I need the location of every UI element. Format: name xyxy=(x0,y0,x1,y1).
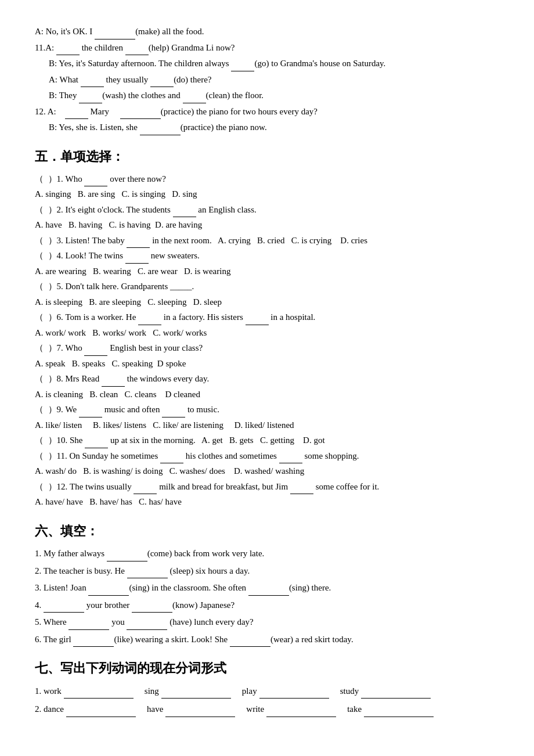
section-6: 六、填空： 1. My father always (come) back fr… xyxy=(35,520,499,647)
line-12b: B: Yes, she is. Listen, she (practice) t… xyxy=(49,120,499,135)
mc-q6: （ ）6. Tom is a worker. He in a factory. … xyxy=(35,310,499,325)
mc-q3: （ ）3. Listen! The baby in the next room.… xyxy=(35,233,499,249)
mc-a9: A. like/ listen B. likes/ listens C. lik… xyxy=(35,418,499,433)
fill-4: 4. your brother (know) Japanese? xyxy=(35,598,499,613)
line-a-make: A: No, it's OK. I (make) all the food. xyxy=(35,24,499,39)
section-5-title: 五．单项选择： xyxy=(35,146,499,167)
mc-q12: （ ）12. The twins usually milk and bread … xyxy=(35,480,499,495)
mc-a6: A. work/ work B. works/ work C. work/ wo… xyxy=(35,326,499,341)
line-11a-what: A: What they usually (do) there? xyxy=(49,73,499,88)
line-11b-they: B: They (wash) the clothes and (clean) t… xyxy=(49,88,499,103)
section-7: 七、写出下列动词的现在分词形式 1. work sing play study … xyxy=(35,657,499,717)
worksheet-content: A: No, it's OK. I (make) all the food. 1… xyxy=(35,24,499,717)
mc-q5: （ ）5. Don't talk here. Grandparents ____… xyxy=(35,279,499,294)
mc-q11: （ ）11. On Sunday he sometimes his clothe… xyxy=(35,449,499,464)
fill-3: 3. Listen! Joan (sing) in the classroom.… xyxy=(35,581,499,596)
mc-q9: （ ）9. We music and often to music. xyxy=(35,402,499,417)
line-12a: 12. A: Mary (practice) the piano for two… xyxy=(35,105,499,120)
fill-2: 2. The teacher is busy. He (sleep) six h… xyxy=(35,564,499,579)
writing-row-2: 2. dance have write take xyxy=(35,702,499,717)
mc-q8: （ ）8. Mrs Read the windows every day. xyxy=(35,372,499,387)
section-7-title: 七、写出下列动词的现在分词形式 xyxy=(35,657,499,679)
mc-q10: （ ）10. She up at six in the morning. A. … xyxy=(35,433,499,448)
mc-a12: A. have/ have B. have/ has C. has/ have xyxy=(35,495,499,510)
section-6-title: 六、填空： xyxy=(35,520,499,542)
mc-a5: A. is sleeping B. are sleeping C. sleepi… xyxy=(35,295,499,310)
mc-a2: A. have B. having C. is having D. are ha… xyxy=(35,218,499,233)
writing-row-1: 1. work sing play study xyxy=(35,684,499,699)
fill-5: 5. Where you (have) lunch every day? xyxy=(35,615,499,630)
line-11b-yes: B: Yes, it's Saturday afternoon. The chi… xyxy=(49,56,499,71)
mc-q2: （ ）2. It's eight o'clock. The students a… xyxy=(35,203,499,218)
fill-1: 1. My father always (come) back from wor… xyxy=(35,546,499,561)
section-5: 五．单项选择： （ ）1. Who over there now? A. sin… xyxy=(35,146,499,510)
mc-a1: A. singing B. are sing C. is singing D. … xyxy=(35,187,499,202)
mc-a11: A. wash/ do B. is washing/ is doing C. w… xyxy=(35,464,499,479)
intro-section: A: No, it's OK. I (make) all the food. 1… xyxy=(35,24,499,135)
fill-6: 6. The girl (like) wearing a skirt. Look… xyxy=(35,632,499,647)
mc-a8: A. is cleaning B. clean C. cleans D clea… xyxy=(35,387,499,402)
mc-q7: （ ）7. Who English best in your class? xyxy=(35,341,499,356)
mc-a4: A. are wearing B. wearing C. are wear D.… xyxy=(35,264,499,279)
mc-a7: A. speak B. speaks C. speaking D spoke xyxy=(35,357,499,372)
mc-q4: （ ）4. Look! The twins new sweaters. xyxy=(35,249,499,264)
line-11a: 11.A: the children (help) Grandma Li now… xyxy=(35,41,499,56)
mc-q1: （ ）1. Who over there now? xyxy=(35,172,499,187)
